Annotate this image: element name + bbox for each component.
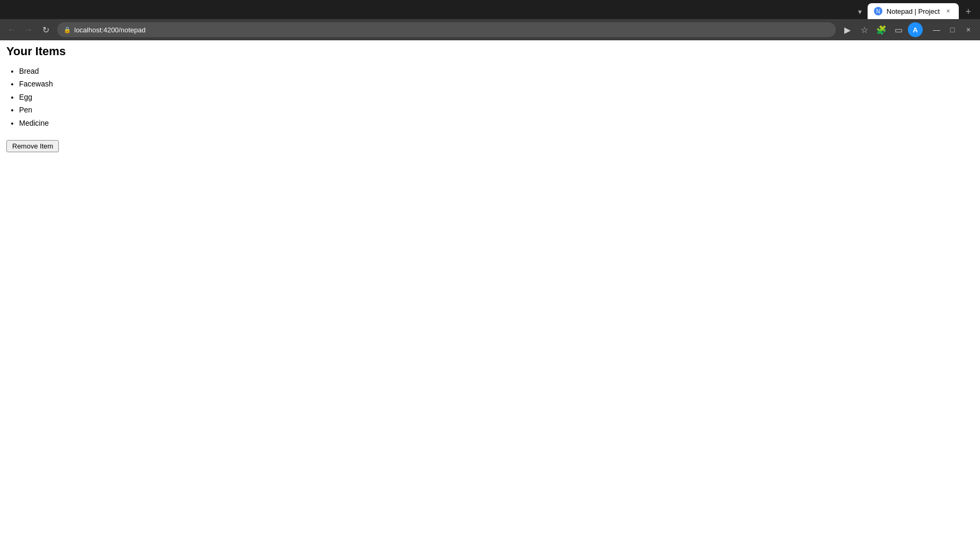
list-item: Medicine xyxy=(19,117,974,129)
maximize-button[interactable]: □ xyxy=(945,22,960,37)
remove-item-button[interactable]: Remove Item xyxy=(6,140,59,152)
bookmark-button[interactable]: ☆ xyxy=(857,22,872,37)
address-text: localhost:4200/notepad xyxy=(74,26,829,34)
list-item: Egg xyxy=(19,91,974,103)
minimize-button[interactable]: — xyxy=(929,22,944,37)
active-tab[interactable]: N Notepad | Project × xyxy=(868,3,959,19)
security-icon: 🔒 xyxy=(64,27,71,33)
items-list: BreadFacewashEggPenMedicine xyxy=(6,65,974,129)
list-item: Facewash xyxy=(19,77,974,90)
tab-title: Notepad | Project xyxy=(887,7,940,15)
forward-button[interactable]: → xyxy=(21,22,36,37)
browser-toolbar: ← → ↻ 🔒 localhost:4200/notepad ▶ ☆ 🧩 ▭ A xyxy=(0,19,980,40)
close-button[interactable]: × xyxy=(961,22,976,37)
page-title: Your Items xyxy=(6,45,974,58)
profile-button[interactable]: A xyxy=(908,22,923,37)
tab-favicon: N xyxy=(874,7,882,15)
back-button[interactable]: ← xyxy=(4,22,19,37)
window-controls: — □ × xyxy=(929,22,976,37)
reload-button[interactable]: ↻ xyxy=(38,22,53,37)
list-item: Bread xyxy=(19,65,974,77)
tab-list-button[interactable]: ▾ xyxy=(853,4,868,19)
list-item: Pen xyxy=(19,103,974,116)
browser-chrome: ▾ N Notepad | Project × + ← → ↻ 🔒 localh… xyxy=(0,0,980,40)
extensions-button[interactable]: 🧩 xyxy=(874,22,889,37)
new-tab-button[interactable]: + xyxy=(961,4,976,19)
page-content: Your Items BreadFacewashEggPenMedicine R… xyxy=(0,40,980,539)
address-bar[interactable]: 🔒 localhost:4200/notepad xyxy=(57,22,836,37)
tab-bar: ▾ N Notepad | Project × + xyxy=(0,0,980,19)
sidebar-button[interactable]: ▭ xyxy=(891,22,906,37)
media-button[interactable]: ▶ xyxy=(840,22,855,37)
tab-close-button[interactable]: × xyxy=(944,7,952,15)
